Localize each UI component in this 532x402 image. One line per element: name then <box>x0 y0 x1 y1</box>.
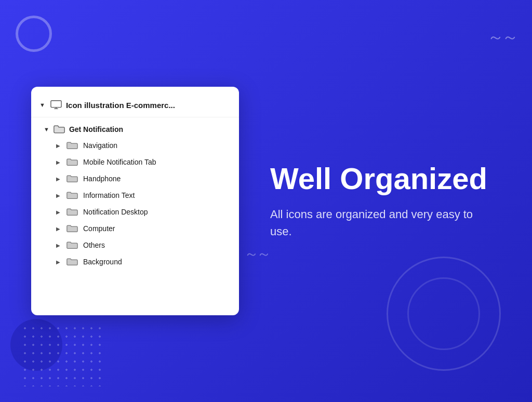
child-expand-arrow-6: ▶ <box>56 243 61 248</box>
child-expand-arrow-3: ▶ <box>56 193 61 198</box>
right-content: Well Organized All icons are organized a… <box>239 162 490 240</box>
folder-closed-icon-7 <box>66 257 78 266</box>
child-expand-arrow-4: ▶ <box>56 209 61 215</box>
root-collapse-arrow: ▼ <box>39 102 45 108</box>
child-label-0: Navigation <box>83 141 117 150</box>
folder-closed-icon-6 <box>66 240 78 250</box>
folder-closed-icon-0 <box>66 141 78 150</box>
folder-closed-icon-1 <box>66 157 78 167</box>
child-expand-arrow-5: ▶ <box>56 226 61 232</box>
tree-child[interactable]: ▶ Mobile Notification Tab <box>56 154 239 170</box>
tree-child[interactable]: ▶ Navigation <box>56 137 239 154</box>
parent-collapse-arrow: ▼ <box>44 126 49 132</box>
child-expand-arrow-1: ▶ <box>56 159 61 165</box>
subtext: All icons are organized and very easy to… <box>270 206 490 240</box>
tree-child[interactable]: ▶ Handphone <box>56 170 239 187</box>
child-label-4: Notification Desktop <box>83 208 148 216</box>
parent-label: Get Notification <box>69 125 123 133</box>
tree-section: ▼ Get Notification ▶ Navigation ▶ <box>31 122 239 270</box>
folder-closed-icon-4 <box>66 207 78 217</box>
headline: Well Organized <box>270 162 490 195</box>
child-expand-arrow-7: ▶ <box>56 259 61 265</box>
tree-child[interactable]: ▶ Notification Desktop <box>56 204 239 220</box>
root-label: Icon illustration E-commerc... <box>66 101 175 110</box>
tree-root[interactable]: ▼ Icon illustration E-commerc... <box>31 95 239 117</box>
svg-rect-0 <box>51 101 61 108</box>
folder-closed-icon-5 <box>66 224 78 233</box>
folder-closed-icon-2 <box>66 174 78 183</box>
child-label-6: Others <box>83 241 105 249</box>
tree-children: ▶ Navigation ▶ Mobile Notification Tab ▶ <box>44 137 239 270</box>
child-label-7: Background <box>83 258 122 266</box>
main-content: ▼ Icon illustration E-commerc... ▼ Get N… <box>0 0 532 402</box>
file-tree-panel: ▼ Icon illustration E-commerc... ▼ Get N… <box>31 87 239 315</box>
tree-child[interactable]: ▶ Others <box>56 237 239 253</box>
child-label-1: Mobile Notification Tab <box>83 158 156 166</box>
child-label-5: Computer <box>83 224 115 233</box>
folder-closed-icon-3 <box>66 191 78 200</box>
child-expand-arrow-2: ▶ <box>56 176 61 182</box>
tree-child[interactable]: ▶ Background <box>56 253 239 270</box>
tree-parent[interactable]: ▼ Get Notification <box>44 122 239 137</box>
child-label-2: Handphone <box>83 175 121 183</box>
child-expand-arrow-0: ▶ <box>56 143 61 149</box>
tree-child[interactable]: ▶ Computer <box>56 220 239 237</box>
folder-open-icon <box>54 125 65 134</box>
child-label-3: Information Text <box>83 191 135 199</box>
tree-child[interactable]: ▶ Information Text <box>56 187 239 204</box>
monitor-icon <box>50 99 62 111</box>
